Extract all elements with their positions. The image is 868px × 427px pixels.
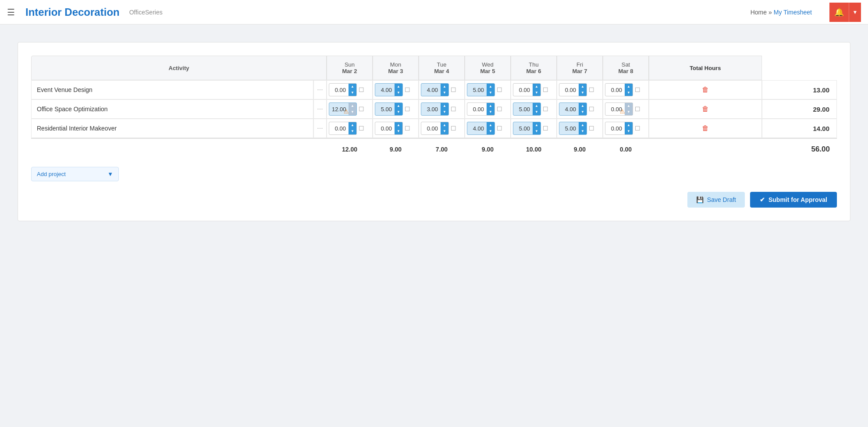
- note-icon-r2-d0[interactable]: ☐: [359, 125, 364, 132]
- spin-up-r2-d2[interactable]: ▲: [441, 122, 448, 128]
- hour-input-r2-d1[interactable]: [375, 124, 395, 134]
- day-col-header-6: Sat Mar 8: [603, 56, 649, 80]
- spin-up-r0-d1[interactable]: ▲: [395, 84, 402, 90]
- spin-down-r0-d3[interactable]: ▼: [487, 90, 494, 96]
- spin-down-r1-d3[interactable]: ▼: [487, 109, 494, 115]
- spin-up-r0-d2[interactable]: ▲: [441, 84, 448, 90]
- add-project-button[interactable]: Add project ▼: [31, 167, 119, 181]
- hour-input-r0-d0[interactable]: [329, 85, 349, 95]
- note-icon-r1-d3[interactable]: ☐: [497, 106, 502, 113]
- hour-input-r0-d1[interactable]: [375, 85, 395, 95]
- spin-up-r2-d4[interactable]: ▲: [533, 122, 541, 128]
- hour-input-r0-d3[interactable]: [467, 85, 487, 95]
- hour-input-r2-d4[interactable]: [513, 124, 533, 134]
- header-dropdown-button[interactable]: ▼: [849, 3, 861, 22]
- spin-up-r2-d0[interactable]: ▲: [349, 122, 356, 128]
- notification-button[interactable]: 🔔: [829, 3, 849, 22]
- spin-down-r1-d1[interactable]: ▼: [395, 109, 402, 115]
- warn-icon-r1-d6[interactable]: ⚠: [620, 108, 625, 115]
- spin-down-r1-d6[interactable]: ▼: [625, 109, 633, 115]
- spin-down-r0-d6[interactable]: ▼: [625, 90, 633, 96]
- note-icon-r1-d2[interactable]: ☐: [451, 106, 456, 113]
- hour-input-r2-d0[interactable]: [329, 124, 349, 134]
- note-icon-r1-d4[interactable]: ☐: [543, 106, 548, 113]
- note-icon-r1-d0[interactable]: ☐: [359, 106, 364, 113]
- row-action-menu[interactable]: ···: [313, 80, 327, 99]
- spin-up-r2-d3[interactable]: ▲: [487, 122, 494, 128]
- note-icon-r2-d4[interactable]: ☐: [543, 125, 548, 132]
- spin-down-r2-d1[interactable]: ▼: [395, 128, 402, 134]
- hour-input-r2-d3[interactable]: [467, 124, 487, 134]
- activity-name-cell: Residential Interior Makeover: [31, 119, 313, 138]
- spin-down-r2-d6[interactable]: ▼: [625, 128, 633, 134]
- hour-input-r1-d5[interactable]: [559, 104, 579, 114]
- spin-up-r1-d6[interactable]: ▲: [625, 103, 633, 109]
- spin-down-r0-d4[interactable]: ▼: [533, 90, 541, 96]
- spin-down-r1-d4[interactable]: ▼: [533, 109, 541, 115]
- note-icon-r2-d3[interactable]: ☐: [497, 125, 502, 132]
- hour-input-r1-d2[interactable]: [421, 104, 441, 114]
- breadcrumb-home[interactable]: Home: [751, 9, 767, 16]
- spin-down-r1-d5[interactable]: ▼: [579, 109, 587, 115]
- spin-down-r0-d2[interactable]: ▼: [441, 90, 448, 96]
- spin-down-r2-d3[interactable]: ▼: [487, 128, 494, 134]
- delete-cell-r2: 🗑: [649, 119, 762, 138]
- row-action-menu[interactable]: ···: [313, 119, 327, 138]
- note-icon-r1-d5[interactable]: ☐: [589, 106, 594, 113]
- hour-input-r1-d4[interactable]: [513, 104, 533, 114]
- note-icon-r0-d6[interactable]: ☐: [635, 86, 640, 93]
- note-icon-r0-d3[interactable]: ☐: [497, 86, 502, 93]
- spin-up-r1-d5[interactable]: ▲: [579, 103, 587, 109]
- hour-input-r1-d1[interactable]: [375, 104, 395, 114]
- spin-down-r2-d2[interactable]: ▼: [441, 128, 448, 134]
- note-icon-r0-d1[interactable]: ☐: [405, 86, 410, 93]
- note-icon-r0-d0[interactable]: ☐: [359, 86, 364, 93]
- spin-up-r1-d3[interactable]: ▲: [487, 103, 494, 109]
- save-draft-button[interactable]: 💾 Save Draft: [687, 192, 745, 208]
- note-icon-r0-d5[interactable]: ☐: [589, 86, 594, 93]
- spin-up-r1-d0[interactable]: ▲: [349, 103, 356, 109]
- note-icon-r0-d2[interactable]: ☐: [451, 86, 456, 93]
- note-icon-r2-d5[interactable]: ☐: [589, 125, 594, 132]
- delete-button-r2[interactable]: 🗑: [702, 124, 709, 132]
- spin-up-r2-d1[interactable]: ▲: [395, 122, 402, 128]
- note-icon-r2-d1[interactable]: ☐: [405, 125, 410, 132]
- spin-up-r1-d1[interactable]: ▲: [395, 103, 402, 109]
- spin-up-r0-d3[interactable]: ▲: [487, 84, 494, 90]
- hour-input-r2-d6[interactable]: [605, 124, 625, 134]
- spin-up-r0-d0[interactable]: ▲: [349, 84, 356, 90]
- hour-input-r0-d6[interactable]: [605, 85, 625, 95]
- delete-button-r1[interactable]: 🗑: [702, 105, 709, 113]
- row-action-menu[interactable]: ···: [313, 99, 327, 119]
- hour-input-r0-d5[interactable]: [559, 85, 579, 95]
- note-icon-r2-d2[interactable]: ☐: [451, 125, 456, 132]
- spin-down-r2-d4[interactable]: ▼: [533, 128, 541, 134]
- spin-up-r1-d2[interactable]: ▲: [441, 103, 448, 109]
- hour-input-r0-d4[interactable]: [513, 85, 533, 95]
- note-icon-r2-d6[interactable]: ☐: [635, 125, 640, 132]
- note-icon-r1-d1[interactable]: ☐: [405, 106, 410, 113]
- hour-input-r0-d2[interactable]: [421, 85, 441, 95]
- spin-up-r1-d4[interactable]: ▲: [533, 103, 541, 109]
- spin-up-r2-d6[interactable]: ▲: [625, 122, 633, 128]
- hour-input-r1-d3[interactable]: [467, 104, 487, 114]
- note-icon-r0-d4[interactable]: ☐: [543, 86, 548, 93]
- submit-approval-button[interactable]: ✔ Submit for Approval: [750, 192, 837, 208]
- spin-up-r0-d6[interactable]: ▲: [625, 84, 633, 90]
- spin-down-r1-d0[interactable]: ▼: [349, 109, 356, 115]
- spin-down-r0-d1[interactable]: ▼: [395, 90, 402, 96]
- spin-up-r0-d4[interactable]: ▲: [533, 84, 541, 90]
- spin-down-r1-d2[interactable]: ▼: [441, 109, 448, 115]
- note-icon-r1-d6[interactable]: ☐: [635, 106, 640, 113]
- hamburger-icon[interactable]: ☰: [7, 7, 15, 18]
- spin-up-r0-d5[interactable]: ▲: [579, 84, 587, 90]
- delete-button-r0[interactable]: 🗑: [702, 86, 709, 93]
- spin-down-r0-d0[interactable]: ▼: [349, 90, 356, 96]
- hour-input-r2-d2[interactable]: [421, 124, 441, 134]
- spin-down-r0-d5[interactable]: ▼: [579, 90, 587, 96]
- spin-down-r2-d5[interactable]: ▼: [579, 128, 587, 134]
- spin-up-r2-d5[interactable]: ▲: [579, 122, 587, 128]
- warn-icon-r1-d0[interactable]: ⚠: [344, 108, 349, 115]
- hour-input-r2-d5[interactable]: [559, 124, 579, 134]
- spin-down-r2-d0[interactable]: ▼: [349, 128, 356, 134]
